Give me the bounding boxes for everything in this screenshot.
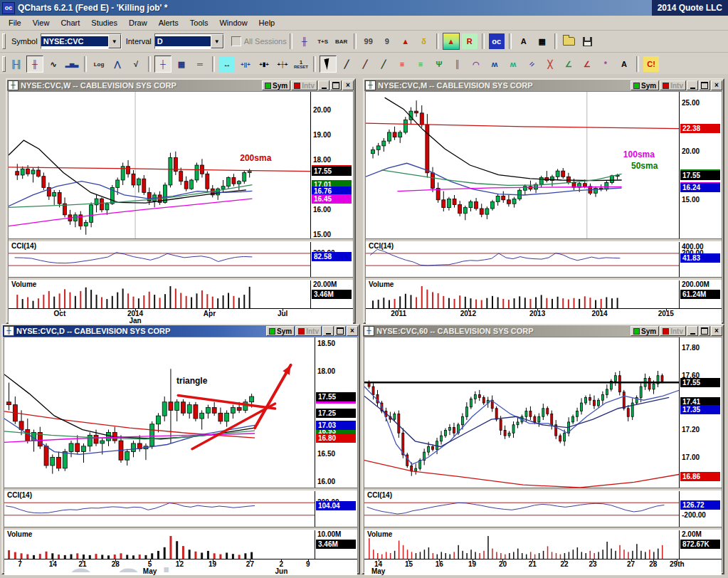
- zoom-horizontal-icon[interactable]: ↔: [218, 56, 236, 73]
- style-candles-icon[interactable]: ╫: [26, 56, 43, 73]
- annotation-text[interactable]: triangle: [176, 376, 208, 386]
- open-layout-icon[interactable]: [561, 33, 578, 50]
- maximize-button[interactable]: [330, 80, 342, 90]
- cci-axis[interactable]: -200.00126.72: [679, 491, 722, 527]
- cci-pane[interactable]: CCI(14): [9, 242, 310, 277]
- qcharts-logo-icon[interactable]: oc: [488, 33, 505, 50]
- cci-axis[interactable]: 200.0082.58: [310, 242, 353, 277]
- price-axis[interactable]: 25.0020.0015.0022.3817.6817.5516.3616.24: [679, 92, 722, 238]
- menu-studies[interactable]: Studies: [85, 17, 123, 28]
- style-line-icon[interactable]: ∿: [45, 56, 62, 73]
- menu-draw[interactable]: Draw: [123, 17, 153, 28]
- gann-fan-tool-icon[interactable]: *: [597, 56, 614, 73]
- minimize-button[interactable]: [322, 326, 334, 336]
- parallel-lines-tool-icon[interactable]: =: [523, 56, 540, 73]
- price-pane[interactable]: 200sma: [9, 92, 310, 238]
- menu-view[interactable]: View: [27, 17, 56, 28]
- volume-pane[interactable]: Volume: [366, 280, 679, 308]
- options-delta-icon[interactable]: δ: [416, 33, 433, 50]
- symbol-value[interactable]: NYSE:CVC: [41, 36, 108, 46]
- menu-alerts[interactable]: Alerts: [153, 17, 184, 28]
- cci-pane[interactable]: CCI(14): [364, 491, 679, 527]
- volume-pane[interactable]: Volume: [9, 280, 310, 308]
- x-axis[interactable]: 14May15161920212223272829th: [364, 559, 722, 575]
- price-pane[interactable]: [364, 337, 679, 488]
- price-pane[interactable]: triangle: [4, 337, 315, 488]
- grid-icon[interactable]: ▦: [534, 33, 551, 50]
- price-axis[interactable]: 17.8017.6017.2017.0017.5517.4117.3516.86: [679, 337, 722, 488]
- sym-link-button[interactable]: Sym: [631, 326, 659, 336]
- wave-tool-icon[interactable]: ʍ: [505, 56, 522, 73]
- interval-value[interactable]: D: [155, 36, 211, 46]
- close-button[interactable]: ×: [711, 326, 722, 336]
- maximize-button[interactable]: [334, 326, 346, 336]
- quote-chart-icon[interactable]: ╫: [296, 33, 313, 50]
- minimize-button[interactable]: [687, 326, 698, 336]
- menu-tools[interactable]: Tools: [184, 17, 214, 28]
- volume-axis[interactable]: 2.00M872.67K: [679, 530, 722, 559]
- vertical-lines-tool-icon[interactable]: ║: [449, 56, 466, 73]
- intv-link-button[interactable]: Intv: [660, 326, 686, 336]
- hot-lists-icon[interactable]: ▲: [397, 33, 414, 50]
- close-button[interactable]: ×: [711, 80, 722, 90]
- annotation-text[interactable]: 100sma: [623, 149, 655, 159]
- interval-input[interactable]: D ▼: [154, 33, 224, 49]
- pointer-tool-icon[interactable]: [320, 56, 337, 73]
- reset-scale-icon[interactable]: 1RESET: [292, 56, 310, 73]
- fib-retracement-icon[interactable]: ≡: [394, 56, 411, 73]
- crosshair-icon[interactable]: ┼: [154, 56, 172, 73]
- price-pane[interactable]: 100sma50sma: [366, 92, 679, 238]
- maximize-button[interactable]: [699, 326, 710, 336]
- clear-drawings-icon[interactable]: C!: [643, 56, 660, 73]
- volume-axis[interactable]: 10.00M3.46M: [315, 530, 357, 559]
- x-axis[interactable]: Oct2014JanAprJul: [9, 308, 353, 325]
- volume-axis[interactable]: 200.00M61.24M: [679, 280, 722, 308]
- time-and-sales-icon[interactable]: T+S: [315, 33, 332, 50]
- sym-link-button[interactable]: Sym: [631, 80, 659, 90]
- sym-link-button[interactable]: Sym: [262, 80, 290, 90]
- speed-lines-tool-icon[interactable]: ∠: [579, 56, 596, 73]
- menu-window[interactable]: Window: [213, 17, 253, 28]
- chart-window-titlebar[interactable]: ╫ NYSE:CVC,W -- CABLEVISION SYS CORP Sym…: [7, 80, 354, 91]
- symbol-dropdown-icon[interactable]: ▼: [108, 34, 121, 48]
- intv-link-button[interactable]: Intv: [291, 80, 317, 90]
- interval-dropdown-icon[interactable]: ▼: [211, 34, 223, 48]
- close-button[interactable]: ×: [347, 326, 358, 336]
- maximize-button[interactable]: [699, 80, 710, 90]
- market-summary-icon[interactable]: ▲: [443, 33, 460, 50]
- pitchfork-tool-icon[interactable]: Ψ: [431, 56, 448, 73]
- fib-extension-icon[interactable]: ≡: [412, 56, 429, 73]
- intv-link-button[interactable]: Intv: [295, 326, 322, 336]
- toolbar-grip[interactable]: [2, 33, 6, 49]
- intv-link-button[interactable]: Intv: [660, 80, 686, 90]
- x-axis[interactable]: 20112012201320142015: [366, 308, 722, 325]
- style-histogram-icon[interactable]: ▂▅▃: [63, 56, 80, 73]
- volume-axis[interactable]: 20.00M3.46M: [310, 280, 353, 308]
- x-axis[interactable]: 71421285May1219272Jun9: [4, 559, 357, 575]
- annotation-trendline[interactable]: [178, 395, 275, 409]
- measure-icon[interactable]: ═: [191, 56, 209, 73]
- center-chart-icon[interactable]: +┼+: [274, 56, 291, 73]
- fib-arcs-tool-icon[interactable]: ◠: [468, 56, 485, 73]
- save-layout-icon[interactable]: [579, 33, 596, 50]
- single-quote-icon[interactable]: 9: [379, 33, 396, 50]
- volume-pane[interactable]: Volume: [364, 530, 679, 559]
- toolbar-grip[interactable]: [2, 56, 6, 72]
- data-window-icon[interactable]: ▦: [173, 56, 190, 73]
- menu-help[interactable]: Help: [253, 17, 281, 28]
- trendline-tool-icon[interactable]: ╱: [338, 56, 355, 73]
- extended-line-tool-icon[interactable]: ╱: [375, 56, 392, 73]
- text-annotation-icon[interactable]: A: [515, 33, 532, 50]
- close-button[interactable]: ×: [342, 80, 354, 90]
- expand-bars-icon[interactable]: +▮+: [255, 56, 273, 73]
- crossing-lines-tool-icon[interactable]: ╳: [542, 56, 559, 73]
- volume-pane[interactable]: Volume: [4, 530, 315, 559]
- chart-window-titlebar[interactable]: ╫ NYSE:CVC,M -- CABLEVISION SYS CORP Sym…: [364, 80, 723, 91]
- bar-chart-icon[interactable]: BAR: [333, 33, 350, 50]
- minimize-button[interactable]: [318, 80, 329, 90]
- price-axis[interactable]: 18.5018.0016.5016.0017.5017.5517.2516.93…: [315, 337, 357, 488]
- zigzag-tool-icon[interactable]: ʍ: [486, 56, 503, 73]
- app-titlebar[interactable]: oc QCharts 6.2.1 (Feed E) - 'Killing job…: [0, 0, 728, 16]
- log-scale-icon[interactable]: Log: [90, 56, 107, 73]
- chart-window-titlebar[interactable]: ╫ NYSE:CVC,60 -- CABLEVISION SYS CORP Sy…: [363, 325, 723, 337]
